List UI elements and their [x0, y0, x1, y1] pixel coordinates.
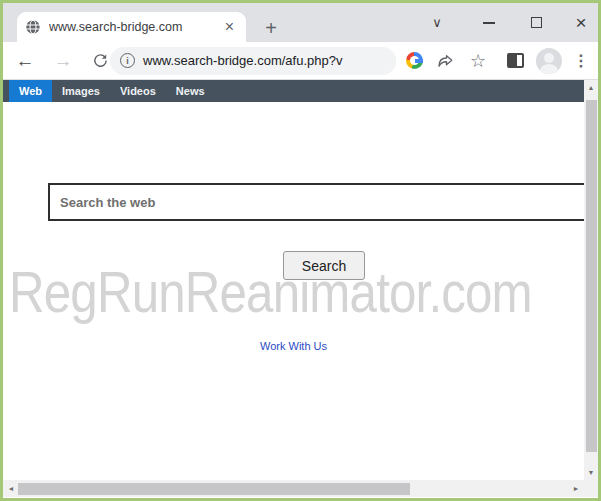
address-bar[interactable]: i www.search-bridge.com/afu.php?v — [110, 47, 396, 75]
browser-window: www.search-bridge.com × + ∨ × ← → i www.… — [0, 0, 601, 501]
search-category-nav: Web Images Videos News — [3, 80, 584, 102]
browser-tab[interactable]: www.search-bridge.com × — [17, 12, 246, 42]
tab-close-icon[interactable]: × — [221, 19, 238, 35]
horizontal-scrollbar[interactable]: ◄ ► — [3, 480, 584, 497]
vertical-scrollbar[interactable]: ▲ ▼ — [584, 80, 598, 480]
scroll-left-icon[interactable]: ◄ — [5, 485, 17, 492]
browser-toolbar: ← → i www.search-bridge.com/afu.php?v ☆ … — [3, 42, 598, 80]
window-close-button[interactable]: × — [568, 3, 594, 42]
forward-icon[interactable]: → — [51, 42, 75, 79]
bookmark-star-icon[interactable]: ☆ — [466, 42, 490, 79]
watermark-text: RegRunReanimator.com — [9, 263, 532, 321]
nav-tab-web[interactable]: Web — [9, 80, 52, 102]
nav-tab-videos[interactable]: Videos — [110, 80, 166, 102]
maximize-button[interactable] — [523, 3, 549, 42]
scrollbar-corner — [584, 480, 598, 497]
scroll-right-icon[interactable]: ► — [570, 485, 582, 492]
profile-avatar[interactable] — [535, 42, 562, 79]
tab-strip: www.search-bridge.com × + ∨ × — [3, 3, 598, 42]
browser-menu-icon[interactable]: ⋮ — [569, 42, 593, 79]
share-icon[interactable] — [433, 42, 457, 79]
tab-title: www.search-bridge.com — [49, 20, 221, 34]
search-input[interactable] — [48, 183, 598, 221]
footer-link-row: Work With Us — [3, 336, 584, 354]
horizontal-scroll-thumb[interactable] — [18, 483, 410, 495]
new-tab-button[interactable]: + — [259, 16, 283, 40]
tab-search-chevron-icon[interactable]: ∨ — [424, 3, 450, 42]
work-with-us-link[interactable]: Work With Us — [260, 340, 327, 352]
search-button[interactable]: Search — [283, 251, 365, 280]
google-logo-icon[interactable] — [402, 42, 426, 79]
url-fade-overlay — [370, 47, 396, 75]
site-info-icon[interactable]: i — [120, 53, 135, 68]
back-icon[interactable]: ← — [13, 42, 37, 79]
url-text: www.search-bridge.com/afu.php?v — [143, 53, 342, 68]
page-content: Web Images Videos News RegRunReanimator.… — [3, 80, 598, 497]
scroll-up-icon[interactable]: ▲ — [584, 84, 598, 91]
globe-favicon-icon — [25, 19, 41, 35]
vertical-scroll-thumb[interactable] — [586, 100, 597, 452]
nav-tab-news[interactable]: News — [166, 80, 215, 102]
nav-tab-images[interactable]: Images — [52, 80, 110, 102]
side-panel-icon[interactable] — [503, 42, 527, 79]
minimize-button[interactable] — [476, 3, 502, 42]
reload-icon[interactable] — [88, 42, 112, 79]
scroll-down-icon[interactable]: ▼ — [584, 469, 598, 476]
